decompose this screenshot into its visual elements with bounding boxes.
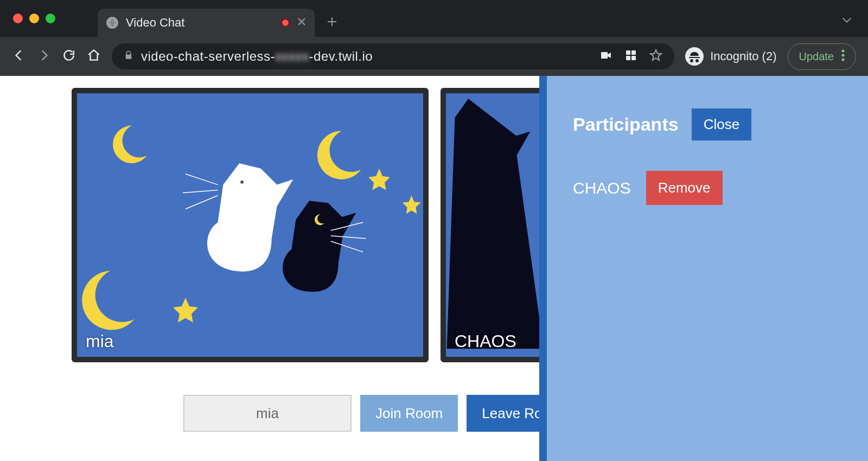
svg-point-6 <box>842 54 845 56</box>
home-icon[interactable] <box>87 48 101 65</box>
participant-name: CHAOS <box>573 179 631 197</box>
recording-indicator-icon <box>281 18 290 27</box>
svg-point-9 <box>240 181 244 184</box>
browser-tab[interactable]: Video Chat <box>98 9 315 37</box>
update-button[interactable]: Update <box>788 43 857 70</box>
tab-overflow-icon[interactable] <box>841 14 853 28</box>
participant-name-overlay: mia <box>86 331 114 351</box>
incognito-label: Incognito (2) <box>710 49 776 63</box>
svg-rect-2 <box>631 50 636 55</box>
video-tile-local: mia <box>72 88 429 362</box>
incognito-indicator[interactable]: Incognito (2) <box>685 47 776 66</box>
install-app-icon[interactable] <box>624 49 637 64</box>
svg-rect-4 <box>631 56 636 60</box>
page-content: mia CHAOS Join Room Leave Room Participa… <box>0 76 868 461</box>
camera-icon[interactable] <box>599 49 612 64</box>
globe-icon <box>106 17 118 29</box>
remove-participant-button[interactable]: Remove <box>646 171 723 205</box>
forward-icon <box>37 48 51 65</box>
maximize-window-icon[interactable] <box>46 14 55 23</box>
panel-header: Participants Close <box>573 108 842 140</box>
svg-point-7 <box>842 58 845 61</box>
address-bar[interactable]: video-chat-serverless-xxxxx-dev.twil.io <box>112 43 674 69</box>
name-input[interactable] <box>183 395 352 432</box>
participant-list: CHAOS Remove <box>573 171 842 205</box>
svg-rect-3 <box>626 56 630 60</box>
video-feed <box>77 93 423 357</box>
back-icon[interactable] <box>12 48 26 65</box>
close-tab-icon[interactable] <box>297 17 306 28</box>
browser-toolbar: video-chat-serverless-xxxxx-dev.twil.io … <box>0 37 868 76</box>
lock-icon <box>124 50 133 62</box>
reload-icon[interactable] <box>62 48 76 65</box>
close-panel-button[interactable]: Close <box>692 108 751 140</box>
tab-title: Video Chat <box>126 16 273 30</box>
svg-rect-1 <box>626 50 630 55</box>
close-window-icon[interactable] <box>13 14 23 23</box>
join-room-button[interactable]: Join Room <box>360 395 458 432</box>
bookmark-star-icon[interactable] <box>649 49 662 64</box>
new-tab-icon[interactable] <box>327 16 337 29</box>
participant-row: CHAOS Remove <box>573 171 842 205</box>
participants-panel: Participants Close CHAOS Remove <box>539 76 868 461</box>
minimize-window-icon[interactable] <box>29 14 39 23</box>
svg-point-5 <box>842 49 845 52</box>
update-label: Update <box>799 50 834 63</box>
incognito-icon <box>685 47 704 66</box>
tab-strip: Video Chat <box>0 0 868 37</box>
participant-name-overlay: CHAOS <box>455 331 516 351</box>
omnibox-actions <box>599 49 662 64</box>
window-controls <box>10 0 65 37</box>
browser-chrome: Video Chat video-chat-serverless-xxxxx-d… <box>0 0 868 76</box>
panel-title: Participants <box>573 114 679 135</box>
menu-icon[interactable] <box>841 49 845 64</box>
url-text: video-chat-serverless-xxxxx-dev.twil.io <box>141 49 373 64</box>
